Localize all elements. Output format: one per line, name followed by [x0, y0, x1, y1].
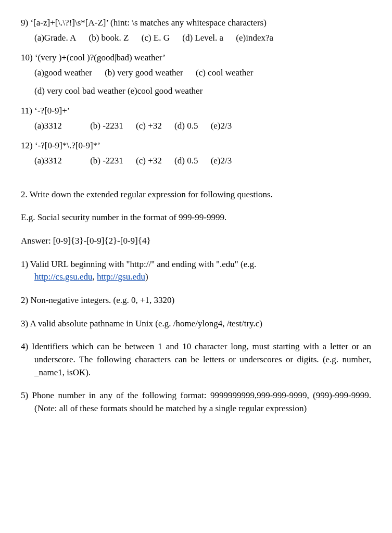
- q9-opt-e: (e)index?a: [236, 33, 273, 43]
- part2-q1-link1[interactable]: http://cs.gsu.edu: [34, 272, 92, 282]
- q12-opt-a: (a)3312: [34, 156, 62, 166]
- q10-opt-c: (c) cool weather: [196, 68, 253, 78]
- part2-q5: 5) Phone number in any of the following …: [21, 389, 371, 415]
- q10-prompt: 10) ‘(very )+(cool )?(good|bad) weather’: [21, 52, 371, 65]
- q12-opt-d: (d) 0.5: [174, 156, 198, 166]
- q12-opt-e: (e)2/3: [211, 156, 232, 166]
- question-9: 9) ‘[a-z]+[\.\?!]\s*[A-Z]’ (hint: \s mat…: [21, 17, 371, 44]
- q9-opt-a: (a)Grade. A: [34, 33, 76, 43]
- part2-answer: Answer: [0-9]{3}-[0-9]{2}-[0-9]{4}: [21, 235, 371, 248]
- q11-opt-b: (b) -2231: [90, 121, 123, 131]
- q10-opt-d: (d) very cool bad weather: [34, 86, 125, 96]
- part2-q1-post: ): [145, 272, 148, 282]
- question-11: 11) ‘-?[0-9]+’ (a)3312 (b) -2231 (c) +32…: [21, 105, 371, 132]
- question-12: 12) ‘-?[0-9]*\.?[0-9]*’ (a)3312 (b) -223…: [21, 139, 371, 167]
- q11-opt-a: (a)3312: [34, 121, 62, 131]
- part2-heading: 2. Write down the extended regular expre…: [21, 188, 371, 201]
- q9-opt-c: (c) E. G: [142, 33, 170, 43]
- part2-q3: 3) A valid absolute pathname in Unix (e.…: [21, 318, 371, 331]
- q10-options-line2: (d) very cool bad weather (e)cool good w…: [21, 85, 371, 98]
- q12-prompt: 12) ‘-?[0-9]*\.?[0-9]*’: [21, 139, 371, 153]
- q11-opt-c: (c) +32: [136, 121, 162, 131]
- part2-q4: 4) Identifiers which can be between 1 an…: [21, 340, 371, 379]
- q11-options: (a)3312 (b) -2231 (c) +32 (d) 0.5 (e)2/3: [21, 120, 371, 133]
- q12-opt-b: (b) -2231: [90, 156, 123, 166]
- q9-prompt: 9) ‘[a-z]+[\.\?!]\s*[A-Z]’ (hint: \s mat…: [21, 17, 371, 30]
- q11-opt-e: (e)2/3: [211, 121, 232, 131]
- part2-q1-sep: ,: [92, 272, 97, 282]
- q12-options: (a)3312 (b) -2231 (c) +32 (d) 0.5 (e)2/3: [21, 155, 371, 168]
- part2-example: E.g. Social security number in the forma…: [21, 211, 371, 224]
- part2-q1-link2[interactable]: http://gsu.edu: [97, 272, 145, 282]
- q9-opt-b: (b) book. Z: [89, 33, 129, 43]
- q12-opt-c: (c) +32: [136, 156, 162, 166]
- question-10: 10) ‘(very )+(cool )?(good|bad) weather’…: [21, 52, 371, 97]
- q10-opt-e: (e)cool good weather: [128, 86, 203, 96]
- q10-opt-a: (a)good weather: [34, 68, 92, 78]
- q10-opt-b: (b) very good weather: [105, 68, 183, 78]
- q9-opt-d: (d) Level. a: [182, 33, 223, 43]
- part2-q2: 2) Non-negative integers. (e.g. 0, +1, 3…: [21, 294, 371, 307]
- q11-opt-d: (d) 0.5: [174, 121, 198, 131]
- part2-q1: 1) Valid URL beginning with "http://" an…: [21, 258, 371, 284]
- q9-options: (a)Grade. A (b) book. Z (c) E. G (d) Lev…: [21, 32, 371, 45]
- q10-options-line1: (a)good weather (b) very good weather (c…: [21, 67, 371, 80]
- q11-prompt: 11) ‘-?[0-9]+’: [21, 105, 371, 118]
- part2-q1-pre: 1) Valid URL beginning with "http://" an…: [21, 259, 256, 269]
